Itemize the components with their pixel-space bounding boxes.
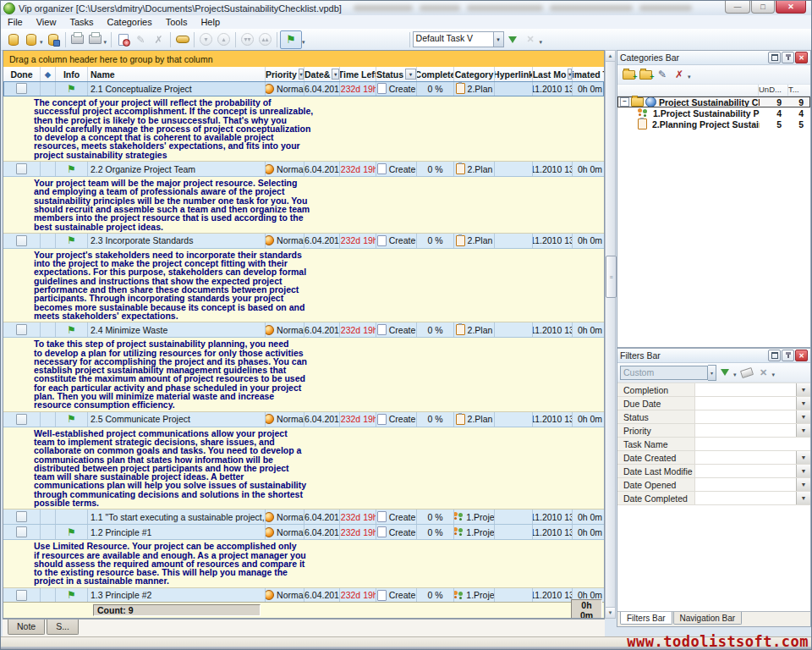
done-checkbox[interactable]	[16, 235, 27, 246]
task-row[interactable]: ⚑2.3 Incorporate StandardsNormal06.04.20…	[3, 234, 604, 249]
move-down-button[interactable]: ▾	[197, 31, 215, 48]
grid-scrollbar[interactable]: ▲ ≡ ▼	[605, 50, 616, 619]
title-bar[interactable]: Vip organizer [C:\Users\dmitry\Documents…	[1, 1, 811, 16]
categories-more-dropdown-icon[interactable]: ▾	[688, 74, 691, 80]
new-subcategory-button[interactable]: +	[637, 67, 654, 82]
filter-dropdown-icon[interactable]: ▼	[796, 397, 810, 410]
done-checkbox[interactable]	[16, 324, 27, 335]
category-row[interactable]: 1.Project Sustainability Princip 4 4	[617, 107, 810, 118]
filter-preset-dropdown-icon[interactable]: ▾	[708, 365, 716, 381]
open-database-button[interactable]	[22, 31, 40, 48]
filter-dropdown-icon[interactable]: ▼	[796, 465, 810, 477]
tab-navigation-bar[interactable]: Navigation Bar	[673, 612, 743, 625]
task-row[interactable]: ⚑1.3 Principle #2Normal06.04.2010-232d 1…	[3, 588, 604, 603]
col-header-status[interactable]: Status▾	[376, 67, 417, 81]
panel-restore-button[interactable]	[768, 52, 781, 63]
scroll-thumb[interactable]: ≡	[606, 256, 617, 298]
sort-dropdown-icon[interactable]: ▾	[405, 69, 416, 80]
move-bottom-button[interactable]: ▾▾	[239, 31, 256, 48]
open-dropdown-icon[interactable]: ▾	[40, 39, 43, 46]
view-more-dropdown-icon[interactable]: ▾	[540, 39, 543, 46]
task-note-text[interactable]: Your project team will be the major proj…	[3, 177, 604, 234]
clear-view-button[interactable]: ✕	[522, 31, 540, 48]
print-preview-button[interactable]	[86, 31, 104, 48]
edit-task-button[interactable]: ✎	[132, 31, 150, 48]
task-row[interactable]: ⚑2.1 Conceptualize ProjectNormal06.04.20…	[3, 81, 604, 96]
print-button[interactable]	[69, 31, 86, 48]
col-header-priority[interactable]: Priority▾	[266, 67, 304, 81]
task-view-dropdown-icon[interactable]: ▾	[494, 31, 504, 47]
menu-categories[interactable]: Categories	[101, 16, 159, 28]
menu-help[interactable]: Help	[194, 16, 227, 28]
col-header-info[interactable]: Info	[56, 67, 88, 81]
done-checkbox[interactable]	[16, 590, 27, 601]
filter-value[interactable]	[695, 424, 796, 437]
category-root-row[interactable]: − Project Sustainability Checklist 9 9	[617, 96, 810, 107]
flag-dropdown-icon[interactable]: ▾	[302, 39, 305, 46]
new-task-button[interactable]	[114, 31, 132, 48]
filter-dropdown-icon[interactable]: ▼	[796, 383, 810, 396]
sort-dropdown-icon[interactable]: ▾	[332, 69, 339, 80]
col-header-name[interactable]: Name	[88, 67, 266, 81]
new-category-button[interactable]: +	[620, 67, 637, 82]
tab-filters-bar[interactable]: Filters Bar	[620, 612, 672, 625]
task-view-combo[interactable]: Default Task V	[413, 31, 494, 47]
col-header-date[interactable]: Date&▾	[304, 67, 340, 81]
menu-tools[interactable]: Tools	[159, 16, 195, 28]
filter-dropdown-icon[interactable]: ▼	[796, 451, 810, 464]
apply-view-button[interactable]	[504, 31, 522, 48]
print-dropdown-icon[interactable]: ▾	[104, 39, 107, 46]
clear-filter-button[interactable]	[738, 365, 755, 380]
filter-dropdown-icon[interactable]: ▼	[796, 478, 810, 491]
done-checkbox[interactable]	[16, 526, 27, 537]
filter-value[interactable]	[695, 451, 796, 464]
task-note-text[interactable]: To take this step of project sustainabil…	[3, 338, 604, 411]
menu-file[interactable]: File	[1, 16, 30, 28]
category-row[interactable]: 2.Planning Project Sustainabil 5 5	[617, 118, 810, 129]
sort-dropdown-icon[interactable]: ▾	[299, 69, 304, 80]
save-database-button[interactable]	[45, 31, 63, 48]
apply-filter-button[interactable]	[716, 365, 733, 380]
scroll-up-icon[interactable]: ▲	[606, 51, 615, 62]
move-top-button[interactable]: ▴▴	[256, 31, 274, 48]
tab-note[interactable]: Note	[8, 620, 45, 635]
done-checkbox[interactable]	[16, 414, 27, 425]
filter-value[interactable]	[695, 410, 796, 423]
filter-value[interactable]	[695, 438, 810, 450]
total-column-header[interactable]: T...	[787, 85, 810, 96]
col-header-hyperlink[interactable]: Hyperlink	[495, 67, 533, 81]
panel-close-button[interactable]: ✕	[795, 52, 808, 63]
task-row[interactable]: ⚑1.2 Principle #1Normal06.04.2010-232d 1…	[3, 525, 604, 540]
undone-column-header[interactable]: UnD...	[758, 85, 787, 96]
groupby-bar[interactable]: Drag a column header here to group by th…	[3, 51, 604, 68]
filter-value[interactable]	[695, 492, 796, 504]
task-row[interactable]: 1.1 "To start executing a sustainable pr…	[3, 510, 604, 525]
task-note-text[interactable]: Your project's stakeholders need to inco…	[3, 249, 604, 322]
sort-dropdown-icon[interactable]: ▾	[568, 69, 572, 80]
task-row[interactable]: ⚑2.2 Organize Project TeamNormal06.04.20…	[3, 162, 604, 177]
menu-view[interactable]: View	[30, 16, 63, 28]
flag-view-button[interactable]: ⚑	[280, 30, 302, 49]
filter-value[interactable]	[695, 465, 796, 477]
delete-task-button[interactable]: ✗	[150, 31, 167, 48]
filter-dropdown-icon[interactable]: ▼	[796, 424, 810, 437]
new-database-button[interactable]	[4, 31, 22, 48]
col-header-complete[interactable]: Complete	[417, 67, 454, 81]
panel-restore-button[interactable]	[768, 350, 781, 361]
task-row[interactable]: ⚑2.5 Communicate ProjectNormal06.04.2010…	[3, 412, 604, 427]
cancel-filter-button[interactable]: ✕	[755, 365, 772, 380]
close-button[interactable]: ✕	[776, 1, 806, 14]
maximize-button[interactable]: □	[751, 1, 775, 14]
col-header-flag[interactable]: ◆	[41, 67, 56, 81]
col-header-done[interactable]: Done	[3, 67, 41, 81]
tab-s[interactable]: S...	[47, 620, 79, 635]
col-header-category[interactable]: Category	[454, 67, 495, 81]
filter-dropdown-icon[interactable]: ▾	[733, 372, 737, 378]
scroll-down-icon[interactable]: ▼	[606, 607, 615, 618]
task-note-text[interactable]: The concept of your project will reflect…	[3, 96, 604, 162]
move-up-button[interactable]: ▴	[215, 31, 233, 48]
col-header-timated-ti[interactable]: timated Ti	[573, 67, 605, 81]
panel-close-button[interactable]: ✕	[795, 350, 808, 361]
delete-category-button[interactable]: ✗	[671, 67, 688, 82]
filter-value[interactable]	[695, 478, 796, 491]
